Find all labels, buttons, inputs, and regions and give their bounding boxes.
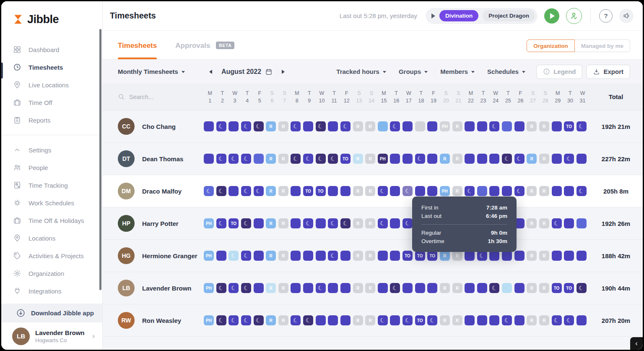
day-cell-26[interactable]: ☾ xyxy=(514,186,525,196)
day-cell-28[interactable]: R xyxy=(539,283,549,293)
day-cell-19[interactable] xyxy=(427,154,437,164)
groups-dropdown[interactable]: Groups xyxy=(399,68,428,75)
next-month-button[interactable] xyxy=(282,70,285,74)
day-cell-28[interactable]: R xyxy=(539,315,549,325)
day-cell-2[interactable]: ☾ xyxy=(216,154,226,164)
day-cell-8[interactable]: ☾ xyxy=(291,315,301,325)
day-cell-5[interactable] xyxy=(254,218,264,228)
day-cell-19[interactable] xyxy=(427,186,437,196)
day-cell-14[interactable]: R xyxy=(365,186,375,196)
day-cell-13[interactable]: R xyxy=(353,186,363,196)
month-picker[interactable]: August 2022 xyxy=(221,68,273,76)
day-cell-13[interactable]: R xyxy=(353,283,363,293)
day-cell-7[interactable]: R xyxy=(278,218,288,228)
day-cell-2[interactable] xyxy=(216,251,226,261)
day-cell-30[interactable]: TO xyxy=(564,121,574,131)
day-cell-3[interactable] xyxy=(229,121,239,131)
day-cell-29[interactable]: TO xyxy=(552,283,562,293)
day-cell-23[interactable]: ☾ xyxy=(477,251,487,261)
day-cell-17[interactable] xyxy=(402,154,413,164)
day-cell-29[interactable] xyxy=(552,186,562,196)
day-cell-7[interactable]: R xyxy=(278,121,288,131)
day-cell-8[interactable] xyxy=(291,218,301,228)
day-cell-2[interactable]: ☾ xyxy=(216,121,226,131)
day-cell-2[interactable]: ☾ xyxy=(216,283,226,293)
day-cell-6[interactable]: R xyxy=(266,251,276,261)
day-cell-4[interactable]: ☾ xyxy=(241,251,251,261)
day-cell-4[interactable]: ☾ xyxy=(241,154,251,164)
day-cell-28[interactable]: R xyxy=(539,218,549,228)
day-cell-10[interactable] xyxy=(316,251,326,261)
day-cell-27[interactable]: R xyxy=(527,251,537,261)
day-cell-6[interactable]: R xyxy=(266,315,276,325)
sidebar-item-dashboard[interactable]: Dashboard xyxy=(1,41,102,58)
day-cell-3[interactable] xyxy=(229,186,239,196)
day-cell-21[interactable]: R xyxy=(452,154,462,164)
sidebar-item-live-locations[interactable]: Live Locations xyxy=(1,76,102,94)
scope-organization[interactable]: Organization xyxy=(527,39,575,52)
day-cell-27[interactable]: R xyxy=(527,121,537,131)
day-cell-15[interactable] xyxy=(378,251,388,261)
day-cell-11[interactable] xyxy=(328,121,338,131)
day-cell-25[interactable] xyxy=(502,283,512,293)
day-cell-5[interactable] xyxy=(254,251,264,261)
sidebar-user-card[interactable]: LB Lavender Brown Hogwarts Co › xyxy=(1,322,102,350)
day-cell-21[interactable]: R xyxy=(452,121,462,131)
day-cell-25[interactable] xyxy=(502,251,512,261)
day-cell-27[interactable]: R xyxy=(527,186,537,196)
day-cell-26[interactable] xyxy=(514,121,525,131)
activity-badge[interactable]: Divination xyxy=(439,10,478,21)
day-cell-6[interactable]: R xyxy=(266,186,276,196)
members-dropdown[interactable]: Members xyxy=(440,68,475,75)
day-cell-24[interactable]: ☾ xyxy=(489,121,499,131)
day-cell-10[interactable]: ☾ xyxy=(316,121,326,131)
sidebar-item-settings[interactable]: Settings xyxy=(1,141,102,159)
day-cell-4[interactable]: ☾ xyxy=(241,283,251,293)
day-cell-26[interactable] xyxy=(514,315,525,325)
day-cell-4[interactable]: ☾ xyxy=(241,218,251,228)
day-cell-7[interactable]: R xyxy=(278,186,288,196)
member-info[interactable]: LBLavender Brown xyxy=(103,280,204,296)
day-cell-16[interactable] xyxy=(390,186,400,196)
day-cell-5[interactable] xyxy=(254,154,264,164)
day-cell-28[interactable]: R xyxy=(539,154,549,164)
day-cell-24[interactable] xyxy=(489,186,499,196)
day-cell-13[interactable]: R xyxy=(353,218,363,228)
day-cell-25[interactable]: ☾ xyxy=(502,154,512,164)
day-cell-18[interactable]: TO xyxy=(415,315,425,325)
day-cell-20[interactable]: PH xyxy=(440,121,450,131)
sidebar-item-time-off[interactable]: Time Off xyxy=(1,94,102,111)
prev-month-button[interactable] xyxy=(209,70,212,74)
day-cell-5[interactable]: ☾ xyxy=(254,186,264,196)
day-cell-18[interactable] xyxy=(415,186,425,196)
day-cell-16[interactable]: ☾ xyxy=(390,121,400,131)
day-cell-12[interactable] xyxy=(340,251,351,261)
day-cell-31[interactable] xyxy=(576,315,587,325)
day-cell-12[interactable] xyxy=(340,186,351,196)
day-cell-3[interactable]: ☾ xyxy=(229,283,239,293)
collapse-panel-button[interactable]: ‹ xyxy=(630,337,643,350)
day-cell-6[interactable]: R xyxy=(266,283,276,293)
day-cell-1[interactable]: ☾ xyxy=(204,186,214,196)
day-cell-31[interactable] xyxy=(576,218,587,228)
whos-in-button[interactable] xyxy=(566,8,582,24)
day-cell-20[interactable]: R xyxy=(440,283,450,293)
day-cell-18[interactable] xyxy=(415,283,425,293)
day-cell-17[interactable]: ☾ xyxy=(402,186,413,196)
day-cell-20[interactable]: R xyxy=(440,315,450,325)
day-cell-11[interactable] xyxy=(328,283,338,293)
day-cell-10[interactable]: TO xyxy=(316,186,326,196)
day-cell-12[interactable]: ☾ xyxy=(340,218,351,228)
day-cell-15[interactable]: ☾ xyxy=(378,186,388,196)
timer-pill[interactable]: Divination Project Dragon xyxy=(426,8,538,24)
day-cell-21[interactable]: R xyxy=(452,251,462,261)
day-cell-15[interactable] xyxy=(378,283,388,293)
search-input[interactable] xyxy=(129,94,184,100)
day-cell-19[interactable]: ☾ xyxy=(427,315,437,325)
day-cell-19[interactable] xyxy=(427,283,437,293)
day-cell-30[interactable]: TO xyxy=(564,283,574,293)
tracked-hours-dropdown[interactable]: Tracked hours xyxy=(336,68,386,75)
day-cell-19[interactable]: TO xyxy=(427,251,437,261)
day-cell-7[interactable]: R xyxy=(278,251,288,261)
day-cell-23[interactable] xyxy=(477,315,487,325)
